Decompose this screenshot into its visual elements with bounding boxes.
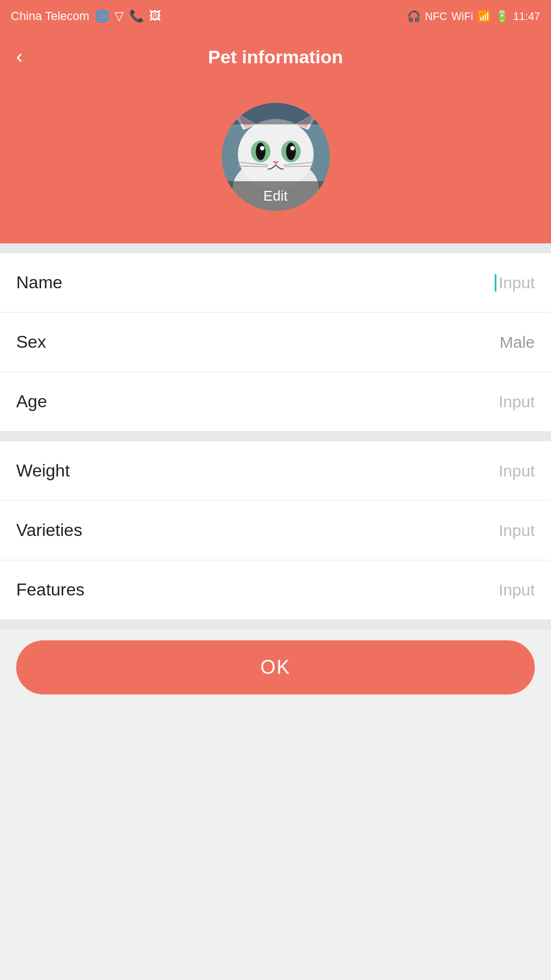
name-placeholder: Input — [499, 274, 535, 292]
header: ‹ Pet information — [0, 32, 551, 81]
svg-point-12 — [290, 146, 295, 150]
edit-overlay[interactable]: Edit — [222, 181, 330, 211]
svg-point-11 — [260, 146, 264, 150]
ok-button-container: OK — [0, 630, 551, 716]
call-icon: 📞 — [129, 9, 144, 23]
headphone-icon: 🎧 — [407, 10, 421, 23]
age-input[interactable]: Input — [499, 393, 535, 411]
weight-input[interactable]: Input — [499, 462, 535, 480]
time-text: 11:47 — [513, 10, 540, 23]
form-row-sex[interactable]: Sex Male — [0, 313, 551, 372]
carrier-text: China Telecom — [11, 9, 89, 23]
status-bar: China Telecom 🌐 ▽ 📞 🖼 🎧 NFC WiFi 📶 🔋 11:… — [0, 0, 551, 32]
avatar-section: Edit — [0, 81, 551, 243]
svg-line-17 — [284, 166, 314, 167]
carrier-icon: 🌐 — [95, 9, 109, 23]
varieties-input[interactable]: Input — [499, 521, 535, 540]
section-divider-middle — [0, 432, 551, 441]
features-label: Features — [16, 580, 84, 600]
varieties-label: Varieties — [16, 520, 82, 540]
features-input[interactable]: Input — [499, 581, 535, 599]
form-row-varieties[interactable]: Varieties Input — [0, 501, 551, 560]
photo-icon: 🖼 — [149, 9, 161, 23]
form-row-weight[interactable]: Weight Input — [0, 441, 551, 501]
edit-label: Edit — [263, 188, 288, 204]
status-right-group: 🎧 NFC WiFi 📶 🔋 11:47 — [407, 10, 540, 23]
bottom-divider — [0, 620, 551, 630]
signal-icon: 📶 — [477, 10, 491, 23]
svg-point-9 — [256, 143, 265, 160]
nfc-icon: NFC — [425, 10, 447, 23]
back-button[interactable]: ‹ — [16, 45, 23, 68]
form-row-name[interactable]: Name Input — [0, 253, 551, 313]
form-row-features[interactable]: Features Input — [0, 560, 551, 620]
ok-button[interactable]: OK — [16, 640, 535, 694]
svg-point-2 — [238, 119, 314, 189]
battery-icon: 🔋 — [495, 10, 509, 23]
cursor — [495, 274, 496, 292]
form-section: Name Input Sex Male Age Input — [0, 253, 551, 432]
svg-line-15 — [238, 166, 268, 167]
avatar[interactable]: Edit — [222, 103, 330, 211]
sex-value[interactable]: Male — [500, 333, 535, 352]
status-carrier: China Telecom 🌐 ▽ 📞 🖼 — [11, 9, 161, 23]
vpn-icon: ▽ — [115, 9, 124, 23]
bottom-form-section: Weight Input Varieties Input Features In… — [0, 441, 551, 620]
wifi-icon: WiFi — [452, 10, 473, 23]
page-title: Pet information — [208, 47, 343, 68]
name-input[interactable]: Input — [495, 274, 535, 292]
name-label: Name — [16, 273, 62, 293]
form-row-age[interactable]: Age Input — [0, 372, 551, 432]
weight-label: Weight — [16, 461, 70, 481]
sex-label: Sex — [16, 332, 46, 352]
section-divider-top — [0, 243, 551, 253]
svg-rect-18 — [222, 103, 330, 124]
age-label: Age — [16, 392, 47, 412]
svg-point-10 — [286, 143, 296, 160]
